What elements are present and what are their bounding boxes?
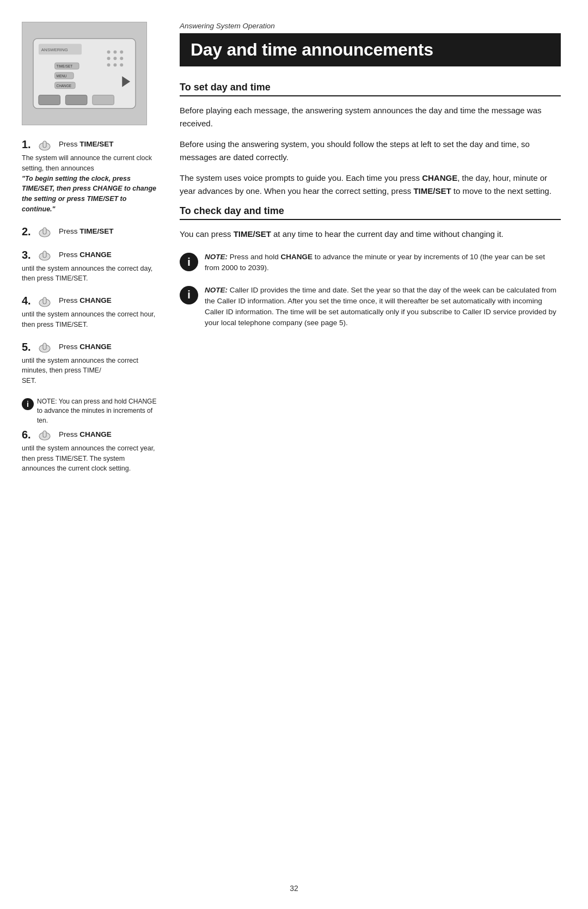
svg-point-10 bbox=[120, 63, 123, 66]
step-1: 1. Press TIME/SET The system will announ… bbox=[22, 138, 158, 215]
svg-point-2 bbox=[107, 50, 111, 53]
svg-point-5 bbox=[107, 57, 111, 60]
left-note: i NOTE: You can press and hold CHANGE to… bbox=[22, 397, 158, 425]
finger-press-icon-3 bbox=[38, 249, 56, 261]
left-column: ANSWERING TIME/SET MENU CHANGE 1. bbox=[0, 22, 169, 876]
step-number-2: 2. bbox=[22, 225, 35, 238]
step-1-body: The system will announce the current clo… bbox=[22, 153, 158, 215]
svg-text:CHANGE: CHANGE bbox=[57, 84, 71, 88]
svg-point-8 bbox=[107, 63, 111, 66]
svg-rect-28 bbox=[43, 251, 46, 258]
step-2-instruction: Press TIME/SET bbox=[59, 226, 114, 237]
step-6-instruction: Press CHANGE bbox=[59, 429, 112, 440]
subsection-check-title: To check day and time bbox=[180, 205, 561, 220]
svg-point-4 bbox=[120, 50, 123, 53]
step-5-body: until the system announces the correct m… bbox=[22, 356, 158, 386]
right-note-2: i NOTE: Caller ID provides the time and … bbox=[180, 285, 561, 329]
check-paragraph-1: You can press TIME/SET at any time to he… bbox=[180, 228, 561, 241]
right-column: Answering System Operation Day and time … bbox=[169, 22, 588, 876]
step-number-5: 5. bbox=[22, 341, 35, 353]
page-title: Day and time announcements bbox=[180, 33, 561, 66]
left-note-text: NOTE: You can press and hold CHANGE to a… bbox=[37, 397, 158, 425]
page-number: 32 bbox=[290, 884, 298, 893]
finger-press-icon-6 bbox=[38, 429, 56, 441]
finger-press-icon-2 bbox=[38, 225, 56, 237]
step-5: 5. Press CHANGE until the system announc… bbox=[22, 341, 158, 386]
step-number-1: 1. bbox=[22, 138, 35, 151]
step-4-body: until the system announces the correct h… bbox=[22, 309, 158, 330]
svg-point-3 bbox=[113, 50, 117, 53]
set-paragraph-2: Before using the answering system, you s… bbox=[180, 138, 561, 164]
finger-press-icon-1 bbox=[38, 139, 56, 151]
svg-text:MENU: MENU bbox=[57, 74, 67, 78]
svg-point-6 bbox=[113, 57, 117, 60]
svg-rect-32 bbox=[43, 343, 46, 350]
finger-press-icon-5 bbox=[38, 341, 56, 353]
step-4-instruction: Press CHANGE bbox=[59, 295, 112, 306]
info-icon-small: i bbox=[22, 398, 34, 410]
step-2: 2. Press TIME/SET bbox=[22, 225, 158, 238]
svg-rect-30 bbox=[43, 297, 46, 304]
subsection-set-title: To set day and time bbox=[180, 82, 561, 96]
right-note-2-content: NOTE: Caller ID provides the time and da… bbox=[205, 285, 561, 329]
section-label: Answering System Operation bbox=[180, 22, 561, 30]
info-icon-right-1: i bbox=[180, 253, 198, 271]
step-number-6: 6. bbox=[22, 429, 35, 441]
finger-press-icon-4 bbox=[38, 295, 56, 307]
step-number-3: 3. bbox=[22, 249, 35, 261]
step-6: 6. Press CHANGE until the system announc… bbox=[22, 429, 158, 474]
svg-rect-34 bbox=[43, 431, 46, 437]
step-4: 4. Press CHANGE until the system announc… bbox=[22, 295, 158, 330]
svg-rect-20 bbox=[65, 95, 87, 105]
set-paragraph-3: The system uses voice prompts to guide y… bbox=[180, 172, 561, 198]
right-note-1: i NOTE: Press and hold CHANGE to advance… bbox=[180, 252, 561, 274]
svg-point-7 bbox=[120, 57, 123, 60]
step-1-instruction: Press TIME/SET bbox=[59, 139, 114, 150]
svg-text:ANSWERING: ANSWERING bbox=[41, 47, 68, 52]
step-5-instruction: Press CHANGE bbox=[59, 341, 112, 352]
svg-rect-19 bbox=[39, 95, 60, 105]
right-note-1-content: NOTE: Press and hold CHANGE to advance t… bbox=[205, 252, 561, 274]
step-6-body: until the system announces the correct y… bbox=[22, 443, 158, 474]
step-3: 3. Press CHANGE until the system announc… bbox=[22, 249, 158, 284]
svg-rect-21 bbox=[93, 95, 114, 105]
set-paragraph-1: Before playing each message, the answeri… bbox=[180, 104, 561, 130]
info-icon-right-2: i bbox=[180, 286, 198, 304]
svg-rect-26 bbox=[43, 228, 46, 234]
svg-text:TIME/SET: TIME/SET bbox=[57, 64, 73, 68]
step-number-4: 4. bbox=[22, 295, 35, 307]
step-3-body: until the system announces the correct d… bbox=[22, 264, 158, 284]
device-image: ANSWERING TIME/SET MENU CHANGE bbox=[22, 22, 147, 125]
svg-rect-24 bbox=[43, 141, 46, 148]
svg-point-9 bbox=[113, 63, 117, 66]
step-3-instruction: Press CHANGE bbox=[59, 249, 112, 260]
